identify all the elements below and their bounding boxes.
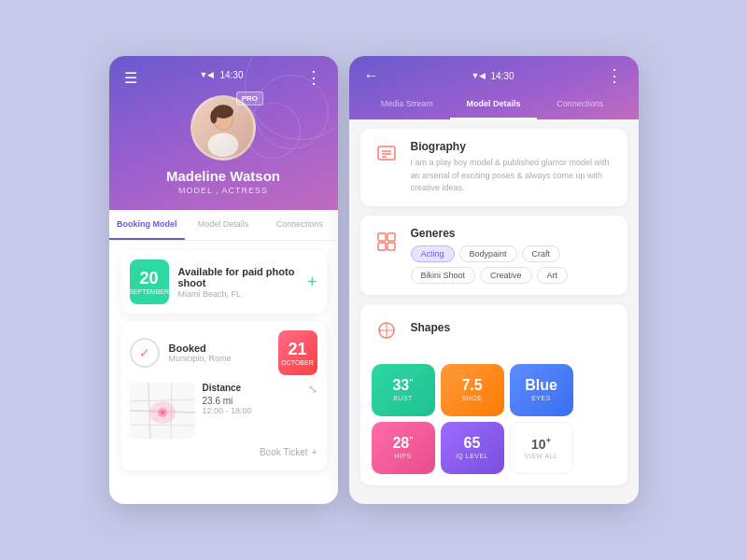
right-more-options-icon[interactable]: ⋮ bbox=[606, 65, 623, 86]
booking-title: Available for paid photo shoot bbox=[178, 266, 298, 288]
date-badge-oct: 21 OCTOBER bbox=[278, 330, 317, 375]
svg-rect-20 bbox=[388, 233, 395, 241]
genres-content: Generes Acting Bodypaint Craft Bikini Sh… bbox=[411, 227, 616, 284]
signal-icon: ▼◀ bbox=[200, 70, 215, 79]
tab-model-details-left[interactable]: Model Details bbox=[185, 210, 261, 240]
genres-title: Generes bbox=[411, 227, 616, 240]
booked-info: Booked Municipio, Rome bbox=[169, 343, 269, 363]
right-body: Biography I am a play boy model & publis… bbox=[349, 119, 639, 504]
profile-section: PRO Madeline Watson MODEL , ACTRESS bbox=[124, 95, 323, 210]
svg-rect-15 bbox=[378, 147, 395, 160]
tag-bodypaint[interactable]: Bodypaint bbox=[459, 245, 517, 262]
shape-shoe: 7.5 SHOE bbox=[441, 364, 504, 416]
booking-month: SEPTEMBER bbox=[129, 288, 169, 295]
book-ticket-label: Book Ticket bbox=[260, 447, 308, 457]
shape-view-all[interactable]: 10+ View All bbox=[510, 422, 573, 474]
avatar-wrap: PRO bbox=[190, 95, 256, 161]
tab-connections-right[interactable]: Connections bbox=[537, 91, 624, 119]
svg-point-4 bbox=[210, 110, 217, 124]
left-panel: ☰ ▼◀ 14:30 ⋮ bbox=[109, 56, 338, 504]
book-ticket-plus-icon: + bbox=[312, 447, 317, 457]
booked-top: ✓ Booked Municipio, Rome 21 OCTOBER bbox=[130, 330, 317, 375]
shape-hips: 28" HIPS bbox=[372, 422, 435, 474]
tag-creative[interactable]: Creative bbox=[480, 267, 532, 284]
time-display: 14:30 bbox=[219, 70, 243, 80]
distance-label: Distance bbox=[203, 383, 301, 393]
booked-title: Booked bbox=[169, 343, 269, 354]
tag-art[interactable]: Art bbox=[537, 267, 569, 284]
genres-icon bbox=[372, 227, 402, 257]
right-header: ← ▼◀ 14:30 ⋮ Media Stream Model Details … bbox=[349, 56, 639, 119]
biography-text: I am a play boy model & published glamor… bbox=[411, 157, 616, 195]
shapes-title: Shapes bbox=[411, 315, 451, 334]
distance-info: Distance 23.6 mi 12:00 - 18:00 bbox=[203, 383, 301, 415]
shape-iq-level: 65 IQ LEVEL bbox=[441, 422, 504, 474]
genre-tags: Acting Bodypaint Craft Bikini Shoot Crea… bbox=[411, 245, 616, 284]
shapes-card: Shapes 33" BUST 7.5 SHOE Blue EYES bbox=[360, 304, 627, 485]
distance-time: 12:00 - 18:00 bbox=[203, 406, 301, 415]
tag-acting[interactable]: Acting bbox=[411, 245, 455, 262]
check-circle: ✓ bbox=[130, 338, 160, 368]
booked-day: 21 bbox=[288, 341, 306, 357]
hamburger-icon[interactable]: ☰ bbox=[124, 69, 137, 87]
right-time-display: 14:30 bbox=[490, 71, 514, 81]
biography-title: Biography bbox=[411, 140, 616, 153]
svg-point-14 bbox=[161, 411, 164, 414]
booking-location: Miami Beach, FL bbox=[178, 289, 298, 299]
status-bar: ☰ ▼◀ 14:30 ⋮ bbox=[124, 67, 323, 88]
left-body: 20 SEPTEMBER Available for paid photo sh… bbox=[109, 241, 338, 487]
tab-connections-left[interactable]: Connections bbox=[261, 210, 338, 240]
biography-content: Biography I am a play boy model & publis… bbox=[411, 140, 616, 195]
tag-craft[interactable]: Craft bbox=[522, 245, 561, 262]
map-placeholder bbox=[130, 383, 195, 439]
tab-booking-model[interactable]: Booking Model bbox=[109, 210, 186, 240]
add-booking-icon[interactable]: + bbox=[307, 273, 317, 292]
svg-rect-22 bbox=[388, 243, 395, 250]
left-tabs: Booking Model Model Details Connections bbox=[109, 210, 338, 241]
right-panel: ← ▼◀ 14:30 ⋮ Media Stream Model Details … bbox=[349, 56, 639, 504]
profile-name: Madeline Watson bbox=[166, 168, 280, 184]
tag-bikini-shoot[interactable]: Bikini Shoot bbox=[411, 267, 476, 284]
svg-rect-21 bbox=[378, 243, 386, 250]
booked-card: ✓ Booked Municipio, Rome 21 OCTOBER bbox=[120, 321, 327, 470]
shape-bust: 33" BUST bbox=[372, 364, 435, 416]
shapes-icon bbox=[372, 315, 402, 345]
book-ticket-button[interactable]: Book Ticket + bbox=[260, 447, 317, 457]
booked-month: OCTOBER bbox=[281, 359, 314, 366]
profile-title: MODEL , ACTRESS bbox=[178, 186, 268, 195]
svg-point-5 bbox=[208, 133, 239, 158]
right-status-bar: ← ▼◀ 14:30 ⋮ bbox=[364, 65, 624, 86]
booking-info: Available for paid photo shoot Miami Bea… bbox=[178, 266, 298, 299]
date-badge-sep: 20 SEPTEMBER bbox=[130, 259, 169, 304]
expand-icon[interactable]: ⤡ bbox=[308, 383, 317, 396]
booked-bottom: Distance 23.6 mi 12:00 - 18:00 ⤡ bbox=[130, 383, 317, 439]
book-ticket-row: Book Ticket + bbox=[130, 439, 317, 461]
back-button[interactable]: ← bbox=[364, 67, 379, 84]
right-status-items: ▼◀ 14:30 bbox=[200, 70, 244, 80]
left-header: ☰ ▼◀ 14:30 ⋮ bbox=[109, 56, 338, 210]
shapes-grid: 33" BUST 7.5 SHOE Blue EYES 28" HIPS bbox=[372, 364, 616, 474]
app-container: ☰ ▼◀ 14:30 ⋮ bbox=[94, 41, 654, 519]
genres-card: Generes Acting Bodypaint Craft Bikini Sh… bbox=[360, 216, 627, 295]
tab-media-stream[interactable]: Media Stream bbox=[364, 91, 451, 119]
tab-model-details-right[interactable]: Model Details bbox=[450, 91, 537, 119]
more-options-icon[interactable]: ⋮ bbox=[305, 67, 322, 88]
biography-card: Biography I am a play boy model & publis… bbox=[360, 129, 627, 206]
distance-value: 23.6 mi bbox=[203, 396, 301, 406]
right-tabs: Media Stream Model Details Connections bbox=[364, 91, 624, 119]
booking-day: 20 bbox=[139, 270, 158, 287]
pro-badge: PRO bbox=[236, 91, 263, 105]
booking-card: 20 SEPTEMBER Available for paid photo sh… bbox=[120, 250, 327, 314]
shape-eyes: Blue EYES bbox=[510, 364, 573, 416]
biography-icon bbox=[372, 140, 402, 170]
svg-rect-19 bbox=[378, 233, 386, 241]
booked-location: Municipio, Rome bbox=[169, 354, 269, 363]
right-signal-icon: ▼◀ bbox=[472, 71, 486, 80]
